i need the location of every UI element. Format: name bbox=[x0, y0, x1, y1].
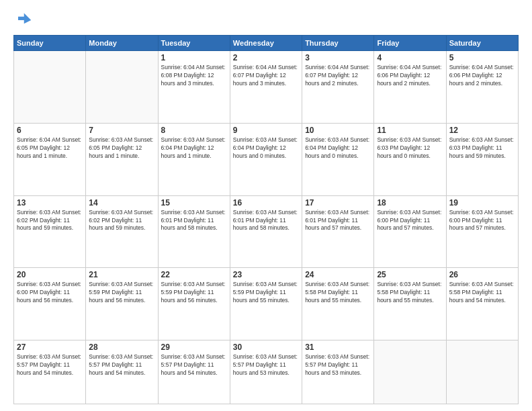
calendar-cell: 23Sunrise: 6:03 AM Sunset: 5:59 PM Dayli… bbox=[230, 268, 302, 340]
day-info: Sunrise: 6:03 AM Sunset: 6:01 PM Dayligh… bbox=[305, 209, 371, 233]
day-number: 14 bbox=[89, 198, 154, 208]
weekday-header: Tuesday bbox=[158, 36, 230, 51]
calendar-cell: 20Sunrise: 6:03 AM Sunset: 6:00 PM Dayli… bbox=[14, 268, 86, 340]
day-info: Sunrise: 6:03 AM Sunset: 6:03 PM Dayligh… bbox=[377, 136, 443, 161]
day-info: Sunrise: 6:03 AM Sunset: 6:03 PM Dayligh… bbox=[449, 136, 515, 161]
day-number: 25 bbox=[377, 270, 443, 279]
day-info: Sunrise: 6:03 AM Sunset: 5:57 PM Dayligh… bbox=[233, 353, 299, 377]
weekday-header: Saturday bbox=[446, 36, 518, 51]
calendar-cell: 26Sunrise: 6:03 AM Sunset: 5:58 PM Dayli… bbox=[446, 268, 518, 340]
calendar-cell: 15Sunrise: 6:03 AM Sunset: 6:01 PM Dayli… bbox=[158, 195, 230, 268]
calendar-cell: 6Sunrise: 6:04 AM Sunset: 6:05 PM Daylig… bbox=[14, 123, 86, 195]
calendar-table: SundayMondayTuesdayWednesdayThursdayFrid… bbox=[13, 35, 519, 404]
day-info: Sunrise: 6:03 AM Sunset: 5:59 PM Dayligh… bbox=[233, 281, 299, 305]
calendar-cell: 3Sunrise: 6:04 AM Sunset: 6:07 PM Daylig… bbox=[302, 51, 374, 124]
calendar-cell: 25Sunrise: 6:03 AM Sunset: 5:58 PM Dayli… bbox=[374, 268, 446, 340]
page: SundayMondayTuesdayWednesdayThursdayFrid… bbox=[0, 0, 532, 411]
calendar-cell: 24Sunrise: 6:03 AM Sunset: 5:58 PM Dayli… bbox=[302, 268, 374, 340]
day-number: 7 bbox=[89, 126, 154, 135]
calendar-cell: 2Sunrise: 6:04 AM Sunset: 6:07 PM Daylig… bbox=[230, 51, 302, 124]
calendar-cell bbox=[86, 51, 158, 124]
day-number: 10 bbox=[305, 126, 371, 135]
day-info: Sunrise: 6:03 AM Sunset: 6:00 PM Dayligh… bbox=[449, 209, 515, 233]
day-number: 11 bbox=[377, 126, 443, 135]
calendar-cell: 8Sunrise: 6:03 AM Sunset: 6:04 PM Daylig… bbox=[158, 123, 230, 195]
weekday-header: Wednesday bbox=[230, 36, 302, 51]
day-number: 4 bbox=[377, 53, 443, 62]
day-info: Sunrise: 6:03 AM Sunset: 6:01 PM Dayligh… bbox=[161, 209, 227, 233]
calendar-cell: 30Sunrise: 6:03 AM Sunset: 5:57 PM Dayli… bbox=[230, 340, 302, 404]
calendar-cell: 4Sunrise: 6:04 AM Sunset: 6:06 PM Daylig… bbox=[374, 51, 446, 124]
day-number: 29 bbox=[161, 342, 227, 352]
weekday-header: Sunday bbox=[14, 36, 86, 51]
weekday-header: Monday bbox=[86, 36, 158, 51]
weekday-header: Thursday bbox=[302, 36, 374, 51]
day-info: Sunrise: 6:03 AM Sunset: 6:04 PM Dayligh… bbox=[161, 136, 227, 161]
calendar-cell: 7Sunrise: 6:03 AM Sunset: 6:05 PM Daylig… bbox=[86, 123, 158, 195]
day-info: Sunrise: 6:03 AM Sunset: 6:04 PM Dayligh… bbox=[305, 136, 371, 161]
day-info: Sunrise: 6:03 AM Sunset: 6:00 PM Dayligh… bbox=[17, 281, 83, 305]
calendar-cell: 12Sunrise: 6:03 AM Sunset: 6:03 PM Dayli… bbox=[446, 123, 518, 195]
day-info: Sunrise: 6:03 AM Sunset: 6:00 PM Dayligh… bbox=[377, 209, 443, 233]
calendar-cell: 5Sunrise: 6:04 AM Sunset: 6:06 PM Daylig… bbox=[446, 51, 518, 124]
day-info: Sunrise: 6:04 AM Sunset: 6:08 PM Dayligh… bbox=[161, 64, 227, 88]
logo bbox=[13, 11, 35, 30]
day-number: 3 bbox=[305, 53, 371, 62]
calendar-week-row: 27Sunrise: 6:03 AM Sunset: 5:57 PM Dayli… bbox=[14, 340, 519, 404]
day-info: Sunrise: 6:04 AM Sunset: 6:06 PM Dayligh… bbox=[377, 64, 443, 88]
day-info: Sunrise: 6:03 AM Sunset: 5:58 PM Dayligh… bbox=[377, 281, 443, 305]
day-number: 13 bbox=[17, 198, 83, 208]
day-info: Sunrise: 6:03 AM Sunset: 5:57 PM Dayligh… bbox=[89, 353, 154, 377]
calendar-cell bbox=[14, 51, 86, 124]
calendar-cell: 17Sunrise: 6:03 AM Sunset: 6:01 PM Dayli… bbox=[302, 195, 374, 268]
logo-icon bbox=[13, 11, 32, 30]
day-number: 5 bbox=[449, 53, 515, 62]
day-number: 30 bbox=[233, 342, 299, 352]
day-number: 8 bbox=[161, 126, 227, 135]
day-number: 16 bbox=[233, 198, 299, 208]
day-number: 26 bbox=[449, 270, 515, 279]
calendar-week-row: 6Sunrise: 6:04 AM Sunset: 6:05 PM Daylig… bbox=[14, 123, 519, 195]
day-number: 6 bbox=[17, 126, 83, 135]
day-number: 23 bbox=[233, 270, 299, 279]
day-info: Sunrise: 6:03 AM Sunset: 5:57 PM Dayligh… bbox=[305, 353, 371, 377]
day-info: Sunrise: 6:03 AM Sunset: 6:01 PM Dayligh… bbox=[233, 209, 299, 233]
day-info: Sunrise: 6:03 AM Sunset: 5:59 PM Dayligh… bbox=[161, 281, 227, 305]
day-info: Sunrise: 6:03 AM Sunset: 5:59 PM Dayligh… bbox=[89, 281, 154, 305]
day-info: Sunrise: 6:04 AM Sunset: 6:05 PM Dayligh… bbox=[17, 136, 83, 161]
day-info: Sunrise: 6:03 AM Sunset: 6:05 PM Dayligh… bbox=[89, 136, 154, 161]
calendar-cell: 11Sunrise: 6:03 AM Sunset: 6:03 PM Dayli… bbox=[374, 123, 446, 195]
calendar-cell: 31Sunrise: 6:03 AM Sunset: 5:57 PM Dayli… bbox=[302, 340, 374, 404]
day-number: 18 bbox=[377, 198, 443, 208]
day-number: 17 bbox=[305, 198, 371, 208]
day-info: Sunrise: 6:03 AM Sunset: 5:58 PM Dayligh… bbox=[449, 281, 515, 305]
calendar-cell: 19Sunrise: 6:03 AM Sunset: 6:00 PM Dayli… bbox=[446, 195, 518, 268]
day-number: 31 bbox=[305, 342, 371, 352]
day-info: Sunrise: 6:03 AM Sunset: 5:58 PM Dayligh… bbox=[305, 281, 371, 305]
weekday-header: Friday bbox=[374, 36, 446, 51]
day-info: Sunrise: 6:04 AM Sunset: 6:07 PM Dayligh… bbox=[305, 64, 371, 88]
day-number: 12 bbox=[449, 126, 515, 135]
calendar-week-row: 20Sunrise: 6:03 AM Sunset: 6:00 PM Dayli… bbox=[14, 268, 519, 340]
day-number: 20 bbox=[17, 270, 83, 279]
calendar-cell: 13Sunrise: 6:03 AM Sunset: 6:02 PM Dayli… bbox=[14, 195, 86, 268]
calendar-cell: 22Sunrise: 6:03 AM Sunset: 5:59 PM Dayli… bbox=[158, 268, 230, 340]
calendar-header-row: SundayMondayTuesdayWednesdayThursdayFrid… bbox=[14, 36, 519, 51]
day-number: 19 bbox=[449, 198, 515, 208]
calendar-cell: 1Sunrise: 6:04 AM Sunset: 6:08 PM Daylig… bbox=[158, 51, 230, 124]
day-number: 22 bbox=[161, 270, 227, 279]
day-number: 27 bbox=[17, 342, 83, 352]
calendar-cell bbox=[374, 340, 446, 404]
day-number: 2 bbox=[233, 53, 299, 62]
calendar-cell: 10Sunrise: 6:03 AM Sunset: 6:04 PM Dayli… bbox=[302, 123, 374, 195]
day-info: Sunrise: 6:04 AM Sunset: 6:06 PM Dayligh… bbox=[449, 64, 515, 88]
calendar-cell: 28Sunrise: 6:03 AM Sunset: 5:57 PM Dayli… bbox=[86, 340, 158, 404]
day-info: Sunrise: 6:03 AM Sunset: 6:04 PM Dayligh… bbox=[233, 136, 299, 161]
day-info: Sunrise: 6:03 AM Sunset: 6:02 PM Dayligh… bbox=[17, 209, 83, 233]
day-number: 24 bbox=[305, 270, 371, 279]
day-number: 21 bbox=[89, 270, 154, 279]
calendar-cell: 27Sunrise: 6:03 AM Sunset: 5:57 PM Dayli… bbox=[14, 340, 86, 404]
day-info: Sunrise: 6:03 AM Sunset: 6:02 PM Dayligh… bbox=[89, 209, 154, 233]
calendar-cell: 29Sunrise: 6:03 AM Sunset: 5:57 PM Dayli… bbox=[158, 340, 230, 404]
calendar-week-row: 1Sunrise: 6:04 AM Sunset: 6:08 PM Daylig… bbox=[14, 51, 519, 124]
